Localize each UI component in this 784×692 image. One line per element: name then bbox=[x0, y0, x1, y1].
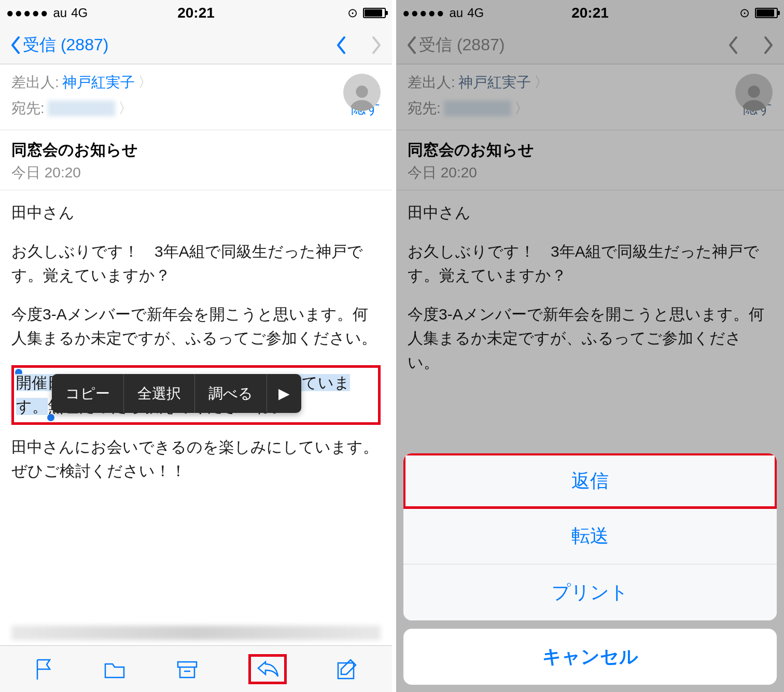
status-bar: ●●●●● au 4G 20:21 ⊙ bbox=[0, 0, 392, 26]
action-sheet-group: 返信 転送 プリント bbox=[403, 453, 777, 620]
next-message-button bbox=[371, 35, 383, 55]
carrier: au bbox=[449, 6, 463, 20]
chevron-right-icon: 〉 bbox=[514, 99, 529, 118]
carrier: au bbox=[53, 6, 67, 20]
from-label: 差出人: bbox=[11, 73, 59, 92]
phone-right: ●●●●● au 4G 20:21 ⊙ 受信 (2887) 差出人: 神戸紅実子… bbox=[392, 0, 784, 692]
popup-lookup[interactable]: 調べる bbox=[195, 374, 267, 413]
chevron-right-icon: 〉 bbox=[138, 73, 152, 92]
to-value-redacted bbox=[48, 101, 115, 116]
archive-button[interactable] bbox=[176, 659, 199, 680]
subject: 同窓会のお知らせ bbox=[408, 140, 773, 161]
prev-message-button bbox=[727, 35, 738, 55]
svg-point-3 bbox=[748, 86, 760, 98]
popup-copy[interactable]: コピー bbox=[52, 374, 124, 413]
compose-button[interactable] bbox=[336, 658, 359, 681]
to-label: 宛先: bbox=[11, 99, 45, 118]
next-message-button bbox=[763, 35, 775, 55]
action-sheet: 返信 転送 プリント キャンセル bbox=[396, 453, 784, 692]
from-label: 差出人: bbox=[408, 73, 455, 92]
clock: 20:21 bbox=[571, 5, 609, 21]
from-value: 神戸紅実子 bbox=[62, 73, 135, 92]
message-meta: 差出人: 神戸紅実子 〉 宛先: 〉 隠す bbox=[396, 64, 784, 130]
status-right: ⊙ bbox=[739, 6, 778, 20]
avatar bbox=[735, 74, 773, 111]
body-p2: お久しぶりです！ 3年A組で同級生だった神戸です。覚えていますか？ bbox=[408, 240, 773, 288]
from-row: 差出人: 神戸紅実子 〉 bbox=[408, 73, 773, 92]
folder-button[interactable] bbox=[103, 659, 126, 680]
person-icon bbox=[739, 82, 768, 111]
date: 今日 20:20 bbox=[11, 163, 381, 183]
from-row[interactable]: 差出人: 神戸紅実子 〉 bbox=[11, 73, 381, 92]
selection-handle-end[interactable] bbox=[47, 414, 54, 421]
back-label: 受信 (2887) bbox=[23, 34, 108, 57]
svg-rect-1 bbox=[178, 662, 197, 667]
sheet-reply-button[interactable]: 返信 bbox=[403, 453, 777, 509]
reply-button[interactable] bbox=[255, 658, 280, 679]
battery-icon bbox=[755, 8, 778, 18]
nav-arrows bbox=[335, 35, 383, 55]
person-icon bbox=[347, 82, 376, 111]
to-value-redacted bbox=[444, 101, 511, 116]
sheet-forward-button[interactable]: 転送 bbox=[403, 508, 777, 564]
flag-button[interactable] bbox=[33, 657, 54, 682]
popup-more[interactable]: ▶ bbox=[267, 374, 301, 413]
status-left: ●●●●● au 4G bbox=[6, 6, 88, 20]
sheet-cancel-button[interactable]: キャンセル bbox=[403, 629, 777, 685]
selected-text-line2: す。 bbox=[16, 398, 48, 415]
avatar[interactable] bbox=[343, 74, 381, 111]
subject: 同窓会のお知らせ bbox=[11, 140, 381, 161]
signal-dots-icon: ●●●●● bbox=[402, 6, 445, 20]
reply-button-highlight bbox=[248, 654, 287, 684]
clock: 20:21 bbox=[177, 5, 215, 21]
from-value: 神戸紅実子 bbox=[458, 73, 531, 92]
toolbar bbox=[0, 645, 392, 692]
chevron-left-icon bbox=[9, 35, 21, 55]
nav-arrows bbox=[727, 35, 775, 55]
rotation-lock-icon: ⊙ bbox=[347, 6, 358, 20]
to-label: 宛先: bbox=[408, 99, 441, 118]
status-bar: ●●●●● au 4G 20:21 ⊙ bbox=[396, 0, 784, 26]
message-meta: 差出人: 神戸紅実子 〉 宛先: 〉 隠す bbox=[0, 64, 392, 130]
chevron-right-icon: 〉 bbox=[534, 73, 549, 92]
subject-block: 同窓会のお知らせ 今日 20:20 bbox=[396, 130, 784, 190]
body-p1: 田中さん bbox=[408, 201, 773, 225]
back-button[interactable]: 受信 (2887) bbox=[9, 34, 108, 57]
chevron-right-icon: 〉 bbox=[118, 99, 133, 118]
signal-dots-icon: ●●●●● bbox=[6, 6, 49, 20]
back-button: 受信 (2887) bbox=[405, 34, 505, 57]
body-p2: お久しぶりです！ 3年A組で同級生だった神戸です。覚えていますか？ bbox=[11, 240, 381, 288]
prev-message-button[interactable] bbox=[335, 35, 346, 55]
rotation-lock-icon: ⊙ bbox=[739, 6, 750, 20]
status-right: ⊙ bbox=[347, 6, 386, 20]
nav-bar: 受信 (2887) bbox=[0, 26, 392, 64]
redacted-strip bbox=[11, 626, 381, 640]
message-body[interactable]: 田中さん お久しぶりです！ 3年A組で同級生だった神戸です。覚えていますか？ 今… bbox=[0, 190, 392, 626]
back-label: 受信 (2887) bbox=[419, 34, 505, 57]
text-selection-popup: コピー 全選択 調べる ▶ bbox=[52, 374, 301, 413]
nav-bar: 受信 (2887) bbox=[396, 26, 784, 64]
body-p1: 田中さん bbox=[11, 201, 381, 225]
network: 4G bbox=[467, 6, 484, 20]
sheet-print-button[interactable]: プリント bbox=[403, 564, 777, 620]
subject-block: 同窓会のお知らせ 今日 20:20 bbox=[0, 130, 392, 190]
chevron-left-icon bbox=[405, 35, 417, 55]
battery-icon bbox=[363, 8, 386, 18]
date: 今日 20:20 bbox=[408, 163, 773, 183]
body-p3: 今度3-Aメンバーで新年会を開こうと思います。何人集まるか未定ですが、ふるってご… bbox=[11, 302, 381, 351]
phone-left: ●●●●● au 4G 20:21 ⊙ 受信 (2887) 差出人: 神戸紅実子… bbox=[0, 0, 392, 692]
to-row: 宛先: 〉 隠す bbox=[408, 99, 773, 118]
body-p5: 田中さんにお会いできるのを楽しみにしています。ぜひご検討ください！！ bbox=[11, 435, 381, 483]
status-left: ●●●●● au 4G bbox=[402, 6, 484, 20]
network: 4G bbox=[71, 6, 88, 20]
body-p3: 今度3-Aメンバーで新年会を開こうと思います。何人集まるか未定ですが、ふるってご… bbox=[408, 302, 773, 375]
to-row[interactable]: 宛先: 〉 隠す bbox=[11, 99, 381, 118]
popup-select-all[interactable]: 全選択 bbox=[124, 374, 195, 413]
svg-point-0 bbox=[356, 86, 368, 98]
